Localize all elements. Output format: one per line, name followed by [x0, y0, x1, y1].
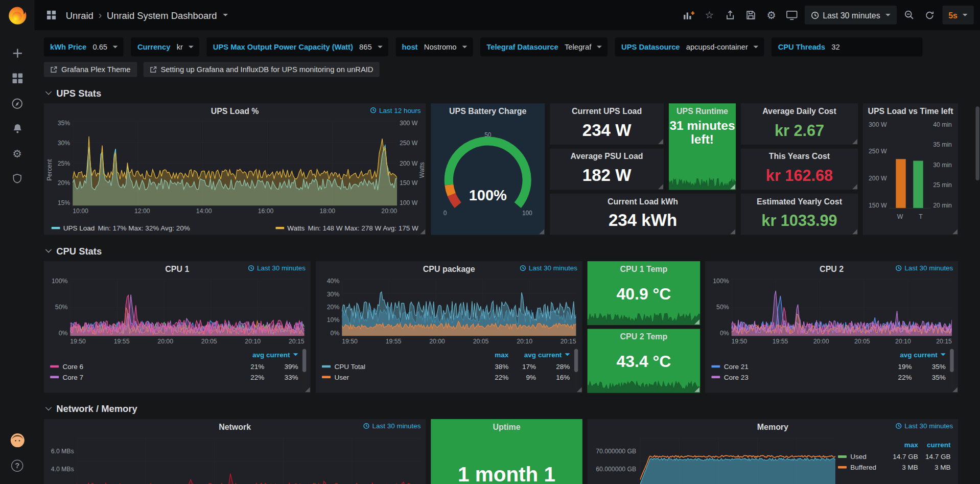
- legend-scrollbar[interactable]: [949, 348, 954, 390]
- panel-title[interactable]: UPS Load %: [44, 103, 426, 117]
- panel-title[interactable]: Uptime: [431, 419, 582, 433]
- panel-title[interactable]: UPS Runtime: [669, 103, 736, 117]
- legend-sort-avg[interactable]: avg: [508, 351, 536, 358]
- chevron-down-icon[interactable]: [223, 14, 228, 16]
- refresh-interval-picker[interactable]: 5s: [942, 6, 974, 25]
- section-cpu-stats[interactable]: CPU Stats: [46, 245, 980, 256]
- clock-icon: [363, 423, 369, 429]
- sparkline: [588, 310, 701, 325]
- legend-sort-current[interactable]: current: [918, 441, 951, 448]
- legend-row-user[interactable]: User 22% 9% 16%: [322, 372, 578, 382]
- variable-cpu-threads-input[interactable]: CPU Threads 32: [772, 38, 922, 57]
- panel-title[interactable]: Current Load kWh: [550, 194, 736, 208]
- legend-scrollbar[interactable]: [574, 348, 579, 390]
- page-scrollbar-thumb[interactable]: [975, 106, 979, 180]
- legend-sort-current[interactable]: current: [536, 351, 570, 358]
- clock-icon: [896, 265, 902, 271]
- section-network-memory[interactable]: Network / Memory: [46, 403, 980, 414]
- x-tick: T: [919, 213, 922, 220]
- cpu-package-chart[interactable]: [342, 279, 576, 336]
- panel-title[interactable]: Estimated Yearly Cost: [741, 194, 858, 208]
- alerting-bell-icon[interactable]: [0, 116, 34, 141]
- panel-title[interactable]: CPU 1 Temp: [588, 261, 701, 275]
- server-admin-shield-icon[interactable]: [0, 166, 34, 191]
- legend-sort-avg[interactable]: avg: [882, 351, 912, 358]
- panel-time-range[interactable]: Last 30 minutes: [896, 264, 953, 272]
- configuration-gear-icon[interactable]: ⚙: [0, 141, 34, 166]
- panel-time-range[interactable]: Last 30 minutes: [520, 264, 577, 272]
- panel-title[interactable]: UPS Battery Charge: [431, 103, 545, 117]
- legend-row-buffered[interactable]: Buffered 3 MB 3 MB: [838, 462, 952, 472]
- time-range-label: Last 30 minutes: [823, 10, 880, 19]
- legend-ups-load[interactable]: UPS Load Min: 17% Max: 32% Avg: 20%: [51, 224, 190, 232]
- network-chart[interactable]: [77, 438, 421, 484]
- grafana-app: ⚙ ? Unr: [0, 0, 980, 484]
- chevron-down-icon: [597, 45, 602, 48]
- explore-compass-icon[interactable]: [0, 91, 34, 116]
- y-tick: 70.000000 GB: [589, 448, 636, 454]
- dashboards-icon[interactable]: [0, 66, 34, 91]
- y-tick: 20%: [327, 304, 340, 310]
- panel-title[interactable]: Current UPS Load: [550, 103, 664, 117]
- x-tick: 20:15: [289, 338, 305, 345]
- cpu1-chart[interactable]: [70, 279, 304, 336]
- legend-row-core21[interactable]: Core 21 19% 35%: [711, 361, 954, 372]
- dashboard-settings-gear-icon[interactable]: ⚙: [763, 6, 780, 24]
- variable-host[interactable]: host Nostromo: [395, 38, 473, 57]
- series-swatch: [50, 376, 59, 378]
- panel-title[interactable]: Average Daily Cost: [741, 103, 858, 117]
- panel-average-daily-cost: Average Daily Cost kr 2.67: [741, 103, 858, 145]
- time-range-picker[interactable]: Last 30 minutes: [805, 6, 897, 25]
- star-icon[interactable]: ☆: [701, 6, 717, 24]
- variable-kwh-price[interactable]: kWh Price 0.65: [44, 38, 124, 57]
- x-tick: 19:55: [386, 338, 402, 345]
- variable-currency[interactable]: Currency kr: [131, 38, 199, 57]
- y-axis-ticks: 100% 50% 0%: [708, 278, 729, 336]
- dashboard-link-ups-monitoring-guide[interactable]: Setting up Grafana and InfluxDB for UPS …: [143, 62, 380, 77]
- legend-row-cpu-total[interactable]: CPU Total 38% 17% 28%: [322, 361, 578, 372]
- variable-telegraf-datasource[interactable]: Telegraf Datasource Telegraf: [480, 38, 608, 57]
- variable-ups-max-output[interactable]: UPS Max Output Power Capacity (Watt) 865: [207, 38, 388, 57]
- save-icon[interactable]: [742, 6, 759, 24]
- memory-chart[interactable]: [640, 438, 835, 484]
- legend-sort-current[interactable]: current: [264, 351, 298, 358]
- panel-title[interactable]: UPS Load vs Time left: [863, 103, 958, 117]
- cycle-view-monitor-icon[interactable]: [784, 6, 800, 24]
- panel-title[interactable]: CPU 2 Temp: [588, 329, 701, 342]
- legend-watts[interactable]: Watts Min: 148 W Max: 278 W Avg: 175 W: [275, 224, 418, 232]
- share-icon[interactable]: [722, 6, 738, 24]
- panel-title[interactable]: Average PSU Load: [550, 148, 664, 162]
- grafana-logo[interactable]: [7, 6, 27, 26]
- legend-sort-avg[interactable]: avg: [234, 351, 264, 358]
- user-avatar[interactable]: [0, 428, 34, 453]
- series-swatch: [322, 365, 331, 367]
- dashboard-title[interactable]: Unraid System Dashboard: [107, 10, 217, 20]
- legend-sort-max[interactable]: max: [885, 441, 918, 448]
- zoom-out-icon[interactable]: [901, 6, 917, 24]
- legend-sort-max[interactable]: max: [481, 351, 508, 358]
- panel-time-range[interactable]: Last 12 hours: [370, 106, 421, 114]
- panel-time-range[interactable]: Last 30 minutes: [363, 422, 421, 430]
- legend-sort-current[interactable]: current: [912, 351, 945, 358]
- add-panel-icon[interactable]: [681, 6, 697, 24]
- refresh-icon[interactable]: [922, 6, 938, 24]
- legend-scrollbar[interactable]: [302, 348, 307, 390]
- panel-title[interactable]: This Years Cost: [741, 148, 858, 162]
- panel-time-range[interactable]: Last 30 minutes: [248, 264, 306, 272]
- variable-ups-datasource[interactable]: UPS Datasource apcupsd-container: [615, 38, 764, 57]
- legend-row-used[interactable]: Used 14.7 GB 14.7 GB: [838, 451, 952, 462]
- legend-row-core7[interactable]: Core 7 22% 33%: [50, 372, 307, 382]
- legend-row-core6[interactable]: Core 6 21% 39%: [50, 361, 307, 372]
- dashboard-link-grafana-plex-theme[interactable]: Grafana Plex Theme: [44, 62, 137, 77]
- apps-grid-icon[interactable]: [43, 6, 60, 24]
- x-tick: 14:00: [196, 208, 212, 216]
- ups-vs-time-bar-chart[interactable]: [889, 122, 930, 209]
- section-ups-stats[interactable]: UPS Stats: [46, 87, 980, 98]
- create-plus-icon[interactable]: [0, 41, 34, 66]
- cpu2-chart[interactable]: [732, 279, 952, 336]
- panel-time-range[interactable]: Last 30 minutes: [896, 422, 953, 430]
- help-icon[interactable]: ?: [0, 453, 34, 478]
- breadcrumb-org[interactable]: Unraid: [66, 10, 94, 20]
- ups-load-chart[interactable]: [73, 121, 397, 206]
- legend-row-core23[interactable]: Core 23 22% 35%: [711, 372, 954, 382]
